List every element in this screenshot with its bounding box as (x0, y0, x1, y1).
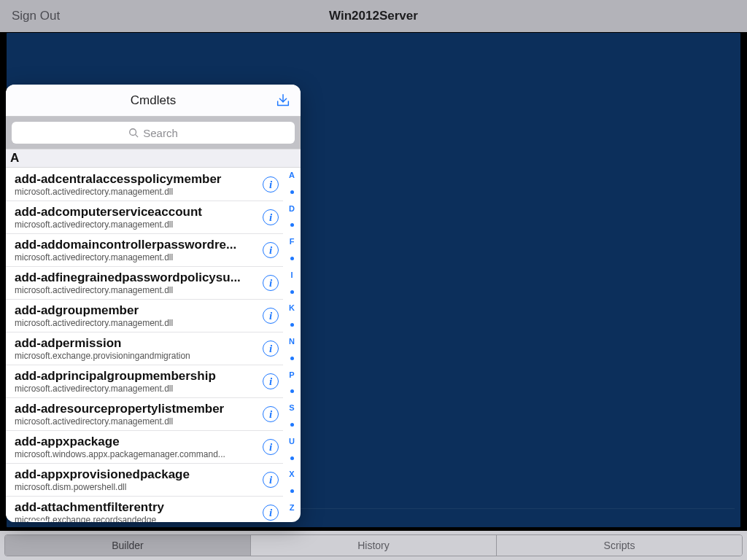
popover-title: Cmdlets (131, 93, 176, 108)
cmdlet-name: add-adfinegrainedpasswordpolicysu... (15, 271, 248, 285)
index-dot[interactable] (290, 290, 294, 294)
index-dot[interactable] (290, 257, 294, 260)
bottom-toolbar: Builder History Scripts (0, 531, 747, 560)
index-dot[interactable] (290, 423, 294, 427)
search-placeholder: Search (143, 127, 178, 139)
index-dot[interactable] (290, 489, 294, 493)
index-dot[interactable] (290, 357, 294, 360)
index-letter[interactable]: U (289, 438, 295, 446)
section-header-a: A (6, 149, 301, 168)
cmdlet-module: microsoft.exchange.recordsandedge (15, 515, 248, 522)
cmdlet-module: microsoft.activedirectory.management.dll (15, 416, 248, 427)
download-icon (275, 93, 291, 109)
cmdlet-row[interactable]: add-adcentralaccesspolicymembermicrosoft… (6, 168, 283, 201)
cmdlets-popover: Cmdlets Search A add-adcentralaccesspoli… (6, 85, 301, 522)
cmdlet-module: microsoft.exchange.provisioningandmigrat… (15, 351, 248, 361)
index-letter[interactable]: I (290, 271, 293, 279)
index-letter[interactable]: S (289, 404, 294, 412)
info-icon[interactable]: i (263, 209, 279, 225)
cmdlet-row[interactable]: add-adpermissionmicrosoft.exchange.provi… (6, 332, 283, 365)
cmdlet-name: add-adcentralaccesspolicymember (15, 172, 248, 187)
tab-scripts[interactable]: Scripts (496, 535, 742, 556)
cmdlet-module: microsoft.activedirectory.management.dll (15, 384, 248, 394)
sign-out-button[interactable]: Sign Out (12, 0, 60, 32)
cmdlet-name: add-appxprovisionedpackage (15, 467, 248, 482)
cmdlet-name: add-adresourcepropertylistmember (15, 402, 248, 416)
info-icon[interactable]: i (263, 176, 279, 192)
index-letter[interactable]: A (289, 171, 295, 179)
search-input[interactable]: Search (12, 122, 295, 144)
search-bar: Search (6, 117, 301, 149)
cmdlet-name: add-attachmentfilterentry (15, 500, 248, 515)
cmdlet-row[interactable]: add-attachmentfilterentrymicrosoft.excha… (6, 497, 283, 522)
popover-header: Cmdlets (6, 85, 301, 117)
page-title: Win2012Server (329, 9, 418, 23)
index-letter[interactable]: Z (290, 504, 295, 512)
index-dot[interactable] (290, 323, 294, 327)
search-icon (128, 128, 139, 138)
tab-history[interactable]: History (250, 535, 496, 556)
info-icon[interactable]: i (263, 242, 279, 258)
cmdlet-row[interactable]: add-addomaincontrollerpasswordre...micro… (6, 234, 283, 267)
info-icon[interactable]: i (263, 505, 279, 521)
cmdlet-row[interactable]: add-adresourcepropertylistmembermicrosof… (6, 398, 283, 431)
top-nav-bar: Sign Out Win2012Server (0, 0, 747, 32)
cmdlet-name: add-adprincipalgroupmembership (15, 369, 248, 384)
cmdlet-module: microsoft.activedirectory.management.dll (15, 187, 248, 197)
info-icon[interactable]: i (263, 275, 279, 291)
info-icon[interactable]: i (263, 439, 279, 455)
info-icon[interactable]: i (263, 373, 279, 389)
cmdlet-list[interactable]: add-adcentralaccesspolicymembermicrosoft… (6, 168, 283, 522)
cmdlet-row[interactable]: add-adfinegrainedpasswordpolicysu...micr… (6, 267, 283, 300)
index-letter[interactable]: X (289, 470, 294, 478)
download-button[interactable] (273, 90, 293, 111)
cmdlet-name: add-appxpackage (15, 435, 248, 449)
index-letter[interactable]: F (290, 238, 295, 246)
cmdlet-name: add-adcomputerserviceaccount (15, 205, 248, 219)
cmdlet-module: microsoft.dism.powershell.dll (15, 482, 248, 492)
index-letter[interactable]: D (289, 205, 295, 213)
index-dot[interactable] (290, 223, 294, 227)
svg-point-1 (130, 129, 136, 136)
cmdlet-name: add-adpermission (15, 336, 248, 351)
info-icon[interactable]: i (263, 308, 279, 324)
index-letter[interactable]: N (289, 338, 295, 346)
index-dot[interactable] (290, 389, 294, 393)
info-icon[interactable]: i (263, 341, 279, 357)
index-dot[interactable] (290, 456, 294, 460)
cmdlet-row[interactable]: add-adprincipalgroupmembershipmicrosoft.… (6, 365, 283, 398)
svg-line-2 (136, 135, 139, 138)
info-icon[interactable]: i (263, 472, 279, 488)
cmdlet-module: microsoft.activedirectory.management.dll (15, 219, 248, 230)
popover-arrow (28, 521, 48, 522)
cmdlet-module: microsoft.activedirectory.management.dll (15, 252, 248, 262)
cmdlet-module: microsoft.windows.appx.packagemanager.co… (15, 449, 248, 459)
index-letter[interactable]: P (289, 371, 294, 379)
cmdlet-row[interactable]: add-adcomputerserviceaccountmicrosoft.ac… (6, 201, 283, 234)
cmdlet-module: microsoft.activedirectory.management.dll (15, 285, 248, 295)
segmented-control: Builder History Scripts (4, 534, 743, 556)
index-dot[interactable] (290, 190, 294, 194)
info-icon[interactable]: i (263, 406, 279, 422)
index-letter[interactable]: K (289, 304, 295, 312)
cmdlet-row[interactable]: add-adgroupmembermicrosoft.activedirecto… (6, 300, 283, 332)
cmdlet-module: microsoft.activedirectory.management.dll (15, 318, 248, 328)
cmdlet-name: add-addomaincontrollerpasswordre... (15, 238, 248, 252)
tab-builder[interactable]: Builder (5, 535, 250, 556)
cmdlet-row[interactable]: add-appxprovisionedpackagemicrosoft.dism… (6, 464, 283, 497)
cmdlet-name: add-adgroupmember (15, 303, 248, 318)
section-index[interactable]: ADFIKNPSUXZ (285, 168, 299, 518)
cmdlet-row[interactable]: add-appxpackagemicrosoft.windows.appx.pa… (6, 431, 283, 464)
